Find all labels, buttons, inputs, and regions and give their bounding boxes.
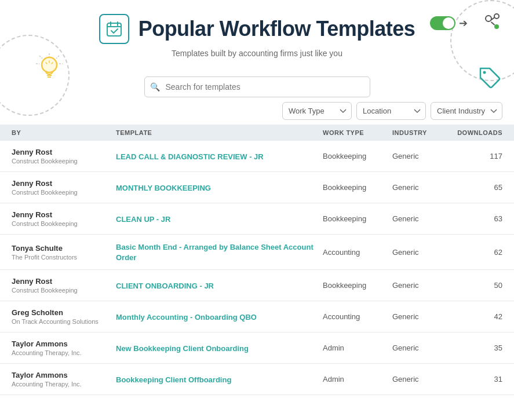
col-by: BY <box>12 129 116 136</box>
author-name: Jenny Rost <box>12 210 116 219</box>
template-link[interactable]: CLEAN UP - JR <box>116 215 170 224</box>
toggle-area[interactable]: ➔ <box>430 16 468 30</box>
author-cell: Jenny Rost Construct Bookkeeping <box>12 148 116 165</box>
arrow-right-icon: ➔ <box>459 17 468 30</box>
calendar-icon <box>99 14 129 44</box>
search-input[interactable] <box>144 76 370 97</box>
table-row: Jenny Rost Construct Bookkeeping CLIENT … <box>0 270 514 301</box>
svg-line-13 <box>56 56 59 59</box>
table-row: Jenny Rost Construct Bookkeeping MONTHLY… <box>0 172 514 203</box>
author-company: Construct Bookkeeping <box>12 220 116 227</box>
work-type-cell: Admin <box>323 344 392 352</box>
author-company: The Profit Constructors <box>12 254 116 261</box>
template-link[interactable]: Bookkeeping Client Offboarding <box>116 375 231 384</box>
author-company: Construct Bookkeeping <box>12 189 116 196</box>
author-name: Taylor Ammons <box>12 371 116 379</box>
author-cell: Tonya Schulte The Profit Constructors <box>12 244 116 261</box>
svg-line-12 <box>39 56 42 59</box>
downloads-cell: 35 <box>450 344 502 352</box>
author-cell: Jenny Rost Construct Bookkeeping <box>12 210 116 227</box>
toggle-switch[interactable] <box>430 16 455 30</box>
col-work-type: WORK TYPE <box>323 129 392 136</box>
svg-point-6 <box>494 24 499 29</box>
template-cell[interactable]: Basic Month End - Arranged by Balance Sh… <box>116 242 323 262</box>
template-cell[interactable]: CLIENT ONBOARDING - JR <box>116 280 323 291</box>
downloads-cell: 31 <box>450 375 502 384</box>
work-type-cell: Bookkeeping <box>323 214 392 223</box>
industry-cell: Generic <box>392 183 450 192</box>
table-row: Jenny Rost Construct Bookkeeping CLEAN U… <box>0 203 514 235</box>
svg-point-14 <box>42 57 57 72</box>
search-icon: 🔍 <box>150 82 160 92</box>
svg-point-4 <box>486 16 491 21</box>
template-link[interactable]: Monthly Accounting - Onboarding QBO <box>116 313 257 322</box>
page-title: Popular Workflow Templates <box>138 17 415 41</box>
svg-rect-0 <box>107 23 121 36</box>
template-cell[interactable]: New Bookkeeping Client Onboarding <box>116 343 323 353</box>
svg-point-20 <box>483 71 486 74</box>
author-name: Taylor Ammons <box>12 339 116 348</box>
table-row: Jenny Rost Construct Bookkeeping LEAD CA… <box>0 141 514 172</box>
author-cell: Jenny Rost Construct Bookkeeping <box>12 277 116 294</box>
template-link[interactable]: New Bookkeeping Client Onboarding <box>116 344 249 353</box>
table-row: Taylor Ammons Accounting Therapy, Inc. B… <box>0 364 514 395</box>
work-type-cell: Bookkeeping <box>323 152 392 160</box>
author-name: Tonya Schulte <box>12 244 116 253</box>
author-company: On Track Accounting Solutions <box>12 318 116 325</box>
author-cell: Jenny Rost Construct Bookkeeping <box>12 179 116 196</box>
author-cell: Greg Scholten On Track Accounting Soluti… <box>12 308 116 325</box>
industry-cell: Generic <box>392 214 450 223</box>
industry-cell: Generic <box>392 344 450 352</box>
page-subtitle: Templates built by accounting firms just… <box>12 49 502 58</box>
author-company: Accounting Therapy, Inc. <box>12 381 116 388</box>
downloads-cell: 50 <box>450 281 502 290</box>
svg-line-8 <box>491 22 495 25</box>
template-link[interactable]: CLIENT ONBOARDING - JR <box>116 282 214 290</box>
work-type-cell: Bookkeeping <box>323 183 392 192</box>
template-cell[interactable]: Bookkeeping Client Offboarding <box>116 374 323 385</box>
template-link[interactable]: LEAD CALL & DIAGNOSTIC REVIEW - JR <box>116 152 264 161</box>
col-downloads: DOWNLOADS <box>450 129 502 136</box>
share-icon[interactable] <box>482 12 502 36</box>
col-industry: INDUSTRY <box>392 129 450 136</box>
work-type-cell: Bookkeeping <box>323 281 392 290</box>
template-link[interactable]: MONTHLY BOOKKEEPING <box>116 184 211 192</box>
table-body: Jenny Rost Construct Bookkeeping LEAD CA… <box>0 141 514 395</box>
industry-cell: Generic <box>392 375 450 384</box>
search-container: 🔍 <box>144 76 370 97</box>
table-row: Greg Scholten On Track Accounting Soluti… <box>0 301 514 333</box>
industry-cell: Generic <box>392 152 450 160</box>
downloads-cell: 65 <box>450 183 502 192</box>
author-name: Greg Scholten <box>12 308 116 317</box>
filter-row: Work Type Bookkeeping Accounting Admin T… <box>0 102 514 125</box>
template-cell[interactable]: MONTHLY BOOKKEEPING <box>116 182 323 193</box>
tag-icon <box>476 64 502 93</box>
work-type-cell: Admin <box>323 375 392 384</box>
location-filter[interactable]: Location US Canada UK Australia <box>356 102 426 120</box>
client-industry-filter[interactable]: Client Industry Generic Construction Hea… <box>431 102 502 120</box>
table-row: Tonya Schulte The Profit Constructors Ba… <box>0 235 514 270</box>
work-type-cell: Accounting <box>323 248 392 257</box>
work-type-cell: Accounting <box>323 312 392 321</box>
downloads-cell: 42 <box>450 312 502 321</box>
industry-cell: Generic <box>392 281 450 290</box>
work-type-filter[interactable]: Work Type Bookkeeping Accounting Admin T… <box>282 102 352 120</box>
table-row: Taylor Ammons Accounting Therapy, Inc. N… <box>0 333 514 364</box>
template-cell[interactable]: Monthly Accounting - Onboarding QBO <box>116 312 323 322</box>
template-cell[interactable]: LEAD CALL & DIAGNOSTIC REVIEW - JR <box>116 151 323 162</box>
author-company: Construct Bookkeeping <box>12 287 116 294</box>
col-template: TEMPLATE <box>116 129 323 136</box>
author-company: Accounting Therapy, Inc. <box>12 349 116 356</box>
downloads-cell: 63 <box>450 214 502 223</box>
author-name: Jenny Rost <box>12 179 116 188</box>
downloads-cell: 62 <box>450 248 502 257</box>
svg-point-5 <box>494 14 499 19</box>
template-link[interactable]: Basic Month End - Arranged by Balance Sh… <box>116 243 313 262</box>
downloads-cell: 117 <box>450 152 502 160</box>
industry-cell: Generic <box>392 248 450 257</box>
author-company: Construct Bookkeeping <box>12 158 116 165</box>
author-name: Jenny Rost <box>12 277 116 286</box>
template-cell[interactable]: CLEAN UP - JR <box>116 214 323 224</box>
author-cell: Taylor Ammons Accounting Therapy, Inc. <box>12 339 116 356</box>
industry-cell: Generic <box>392 312 450 321</box>
